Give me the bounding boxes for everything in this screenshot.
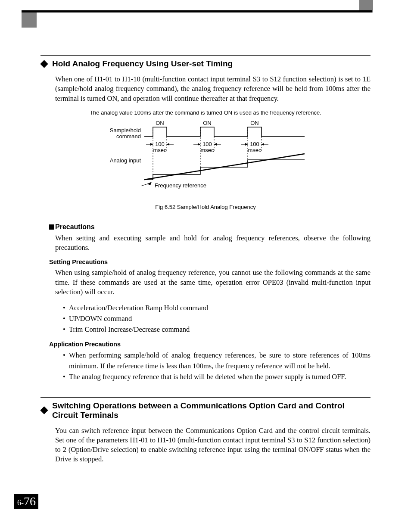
heading-text: Switching Operations between a Communica… <box>52 401 371 420</box>
fig-label-on3: ON <box>250 120 259 126</box>
application-precautions-list: When performing sample/hold of analog fr… <box>63 350 371 382</box>
section1-paragraph: When one of H1-01 to H1-10 (multi-functi… <box>55 75 371 103</box>
precautions-heading: Precautions <box>49 223 371 231</box>
section-heading-switching: Switching Operations between a Communica… <box>40 401 371 420</box>
square-bullet-icon <box>49 224 54 230</box>
precautions-para: When setting and executing sample and ho… <box>55 233 371 253</box>
list-item: The analog frequency reference that is h… <box>63 372 371 383</box>
fig-label-100-1: 100 <box>155 141 165 147</box>
page-number-value: 76 <box>24 495 36 508</box>
fig-label-samplehold1: Sample/hold <box>110 127 141 134</box>
fig-label-msec-2: msec <box>200 147 214 153</box>
svg-line-19 <box>141 184 149 186</box>
header-rule <box>22 10 372 12</box>
figure-caption: Fig 6.52 Sample/Hold Analog Frequency <box>40 204 371 210</box>
svg-marker-7 <box>150 143 153 146</box>
setting-precautions-para: When using sample/hold of analog frequen… <box>55 268 371 297</box>
svg-marker-17 <box>262 143 264 146</box>
section-heading-hold-analog: Hold Analog Frequency Using User-set Tim… <box>40 59 371 68</box>
fig-label-100-3: 100 <box>250 141 259 147</box>
page: Hold Analog Frequency Using User-set Tim… <box>0 0 411 532</box>
figure-note: The analog value 100ms after the command… <box>40 109 371 116</box>
list-item: Trim Control Increase/Decrease command <box>63 324 371 335</box>
header-tab-square <box>22 12 37 28</box>
application-precautions-heading: Application Precautions <box>49 341 371 348</box>
list-item: UP/DOWN command <box>63 314 371 324</box>
fig-label-on2: ON <box>203 120 212 126</box>
svg-marker-15 <box>245 143 248 146</box>
page-number-prefix: 6- <box>17 498 24 507</box>
section-rule <box>40 397 371 398</box>
heading-text: Hold Analog Frequency Using User-set Tim… <box>52 59 233 68</box>
precautions-heading-text: Precautions <box>55 223 95 231</box>
svg-marker-9 <box>167 143 169 146</box>
fig-label-samplehold2: command <box>116 133 141 140</box>
section2-paragraph: You can switch reference input between t… <box>55 426 371 464</box>
svg-marker-13 <box>214 143 217 146</box>
diamond-icon <box>40 406 48 414</box>
setting-precautions-heading: Setting Precautions <box>49 258 371 265</box>
content-area: Hold Analog Frequency Using User-set Tim… <box>40 55 371 470</box>
fig-label-analog-input: Analog input <box>110 157 141 164</box>
fig-label-msec-1: msec <box>153 147 167 153</box>
section2: Switching Operations between a Communica… <box>40 397 371 464</box>
fig-label-msec-3: msec <box>248 147 262 153</box>
diamond-icon <box>40 60 48 68</box>
list-item: When performing sample/hold of analog fr… <box>63 350 371 372</box>
fig-label-freq-ref: Frequency reference <box>155 182 206 189</box>
svg-marker-11 <box>198 143 200 146</box>
section-rule <box>40 55 371 56</box>
figure-sample-hold: ON ON ON Sample/hold command 100 msec 10… <box>98 119 313 193</box>
page-number: 6-76 <box>14 494 38 509</box>
list-item: Acceleration/Deceleration Ramp Hold comm… <box>63 303 371 314</box>
fig-label-100-2: 100 <box>202 141 212 147</box>
setting-precautions-list: Acceleration/Deceleration Ramp Hold comm… <box>63 303 371 335</box>
fig-label-on1: ON <box>156 120 164 126</box>
